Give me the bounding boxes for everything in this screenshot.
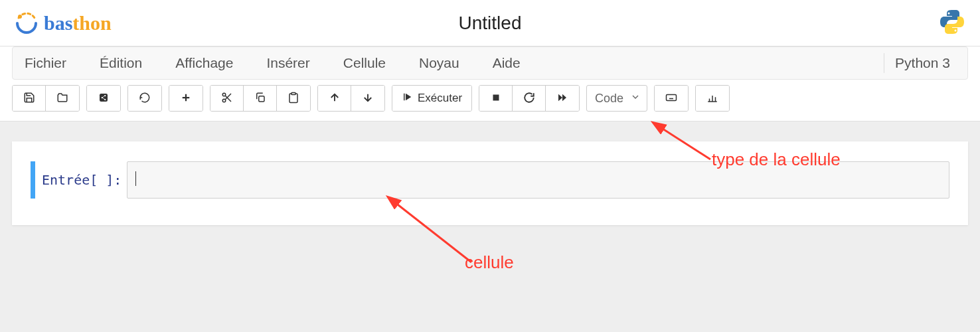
logo-text: basthon — [44, 12, 112, 35]
cut-button[interactable] — [210, 86, 244, 111]
svg-rect-20 — [404, 93, 405, 100]
paste-icon — [287, 92, 299, 106]
svg-rect-16 — [291, 92, 295, 94]
page-title[interactable]: Untitled — [459, 13, 522, 34]
restart-icon — [523, 92, 535, 106]
add-cell-button[interactable] — [169, 86, 203, 111]
run-button[interactable]: Exécuter — [392, 86, 471, 111]
move-down-button[interactable] — [351, 86, 384, 111]
basthon-logo-icon — [13, 10, 40, 37]
scissors-icon — [221, 92, 233, 106]
fast-forward-icon — [556, 92, 568, 106]
arrow-down-icon — [362, 92, 374, 106]
menu-noyau[interactable]: Noyau — [419, 55, 459, 71]
share-button[interactable] — [87, 86, 120, 111]
cell-prompt: Entrée[ ]: — [42, 161, 127, 199]
header: basthon Untitled — [0, 0, 980, 46]
menu-aide[interactable]: Aide — [493, 55, 521, 71]
logo[interactable]: basthon — [13, 10, 112, 37]
bar-chart-icon — [706, 92, 718, 106]
stop-icon — [490, 92, 502, 106]
menubar: Fichier Édition Affichage Insérer Cellul… — [12, 46, 968, 80]
restart-button[interactable] — [513, 86, 546, 111]
text-cursor — [135, 171, 136, 186]
svg-rect-24 — [667, 94, 677, 100]
svg-point-11 — [222, 93, 226, 96]
run-all-button[interactable] — [546, 86, 579, 111]
menu-inserer[interactable]: Insérer — [266, 55, 309, 71]
copy-icon — [254, 92, 266, 106]
keyboard-button[interactable] — [655, 86, 688, 111]
code-cell[interactable]: Entrée[ ]: — [31, 161, 949, 199]
svg-rect-21 — [493, 94, 499, 100]
stop-button[interactable] — [479, 86, 513, 111]
open-button[interactable] — [46, 86, 79, 111]
paste-button[interactable] — [277, 86, 310, 111]
svg-rect-15 — [258, 96, 264, 101]
plus-icon — [180, 92, 192, 106]
run-icon — [402, 91, 414, 106]
svg-point-12 — [222, 99, 226, 102]
run-label: Exécuter — [418, 92, 462, 105]
python-logo-icon — [938, 7, 967, 39]
svg-rect-3 — [100, 94, 108, 102]
undo-button[interactable] — [128, 86, 161, 111]
share-icon — [98, 92, 110, 106]
toolbar: Exécuter Code — [12, 85, 968, 112]
svg-point-2 — [955, 29, 957, 31]
menu-fichier[interactable]: Fichier — [25, 55, 66, 71]
move-up-button[interactable] — [318, 86, 351, 111]
toolbar-wrapper: Exécuter Code — [0, 80, 980, 122]
celltype-select[interactable]: Code — [586, 85, 647, 112]
menu-affichage[interactable]: Affichage — [175, 55, 233, 71]
svg-point-1 — [948, 12, 950, 14]
undo-icon — [139, 92, 151, 106]
chart-button[interactable] — [696, 86, 729, 111]
cell-marker — [31, 161, 35, 199]
save-button[interactable] — [13, 86, 46, 111]
kernel-indicator: Python 3 — [884, 53, 955, 73]
menu-cellule[interactable]: Cellule — [343, 55, 386, 71]
save-icon — [23, 92, 35, 106]
menubar-wrapper: Fichier Édition Affichage Insérer Cellul… — [0, 46, 980, 80]
annotation-label-cell: cellule — [465, 252, 514, 273]
arrow-up-icon — [329, 92, 341, 106]
svg-marker-19 — [406, 93, 411, 100]
svg-marker-22 — [558, 94, 562, 101]
notebook-container: Entrée[ ]: — [12, 141, 968, 225]
keyboard-icon — [665, 92, 677, 106]
copy-button[interactable] — [244, 86, 277, 111]
cell-input[interactable] — [127, 161, 949, 199]
svg-marker-23 — [562, 94, 566, 101]
folder-open-icon — [56, 92, 68, 106]
menu-edition[interactable]: Édition — [100, 55, 142, 71]
